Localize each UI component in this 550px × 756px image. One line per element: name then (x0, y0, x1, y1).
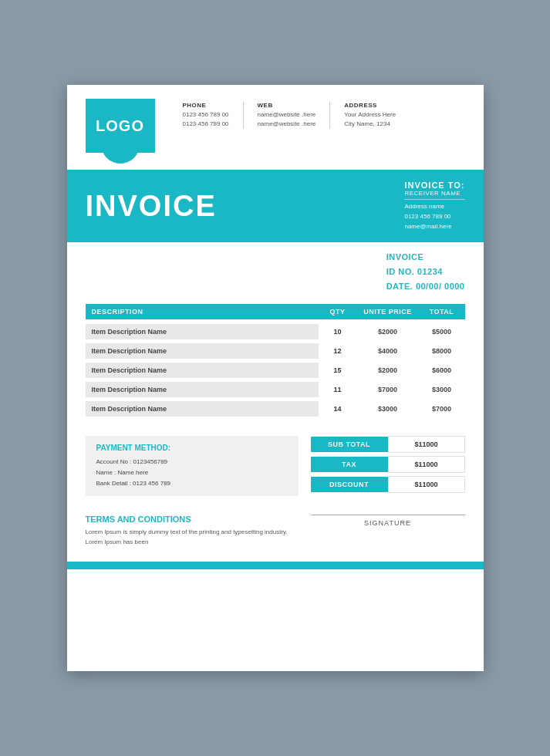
table-row: Item Description Name 15 $2000 $6000 (86, 363, 465, 378)
td-desc-1: Item Description Name (86, 324, 319, 339)
terms-block: TERMS AND CONDITIONS Lorem Ipsum is simp… (86, 515, 299, 548)
td-desc-5: Item Description Name (86, 401, 319, 417)
td-qty-2: 12 (319, 343, 357, 359)
subtotal-label: SUB TOTAL (311, 437, 388, 452)
meta-date: DATE. 00/00/ 0000 (386, 279, 465, 294)
table-row: Item Description Name 11 $7000 $3000 (86, 382, 465, 397)
tax-value: $11000 (388, 456, 465, 473)
totals-block: SUB TOTAL $11000 TAX $11000 DISCOUNT $11… (311, 436, 465, 496)
contact-address: ADDRESS Your Address Here City Name, 123… (330, 102, 410, 129)
web-label: WEB (258, 102, 316, 109)
th-description: DESCRIPTION (86, 304, 319, 319)
discount-value: $11000 (388, 476, 465, 493)
payment-block: PAYMENT METHOD: Account No : 0123456789 … (86, 436, 299, 496)
invoice-meta: INVOICE ID NO. 01234 DATE. 00/00/ 0000 (67, 242, 484, 304)
td-desc-2: Item Description Name (86, 343, 319, 359)
address-value: Your Address Here City Name, 1234 (344, 110, 396, 129)
terms-text: Lorem Ipsum is simply dummy text of the … (86, 528, 299, 548)
td-total-3: $6000 (419, 363, 465, 378)
invoice-to-label: INVOICE TO: (404, 181, 464, 190)
meta-id: ID NO. 01234 (386, 265, 465, 279)
logo-box: LOGO (86, 99, 155, 153)
subtotal-row: SUB TOTAL $11000 (311, 436, 465, 453)
tax-label: TAX (311, 457, 388, 472)
td-qty-3: 15 (319, 363, 357, 378)
td-price-2: $4000 (357, 343, 419, 359)
payment-title: PAYMENT METHOD: (96, 444, 288, 452)
payment-name: Name : Name here (96, 467, 288, 478)
discount-row: DISCOUNT $11000 (311, 476, 465, 493)
bottom-section: PAYMENT METHOD: Account No : 0123456789 … (67, 420, 484, 504)
subtotal-value: $11000 (388, 436, 465, 453)
meta-invoice-label: INVOICE (386, 250, 465, 265)
invoice-document: LOGO PHONE 0123 456 789 00 0123 456 789 … (67, 85, 484, 671)
invoice-to-block: INVOICE TO: RECEIVER NAME Address name 0… (404, 181, 464, 231)
web-value: name@website .here name@website .here (258, 110, 316, 129)
invoice-title: INVOICE (86, 190, 217, 223)
payment-account: Account No : 0123456789 (96, 457, 288, 467)
address-label: ADDRESS (344, 102, 396, 109)
td-qty-5: 14 (319, 401, 357, 417)
footer-section: TERMS AND CONDITIONS Lorem Ipsum is simp… (67, 504, 484, 562)
td-total-5: $7000 (419, 401, 465, 417)
meta-block: INVOICE ID NO. 01234 DATE. 00/00/ 0000 (386, 250, 465, 293)
invoice-to-receiver: RECEIVER NAME (404, 190, 464, 200)
tax-row: TAX $11000 (311, 456, 465, 473)
bottom-bar (67, 562, 484, 569)
terms-title: TERMS AND CONDITIONS (86, 515, 299, 524)
td-price-4: $7000 (357, 382, 419, 397)
table-row: Item Description Name 12 $4000 $8000 (86, 343, 465, 359)
logo-text: LOGO (96, 117, 144, 135)
td-qty-1: 10 (319, 324, 357, 339)
td-price-3: $2000 (357, 363, 419, 378)
td-total-2: $8000 (419, 343, 465, 359)
signature-label: SIGNATURE (311, 519, 465, 527)
contact-phone: PHONE 0123 456 789 00 0123 456 789 00 (169, 102, 244, 129)
invoice-to-info: Address name 0123 456 789 00 name@mail.h… (404, 202, 464, 231)
td-desc-3: Item Description Name (86, 363, 319, 378)
discount-label: DISCOUNT (311, 477, 388, 492)
phone-value: 0123 456 789 00 0123 456 789 00 (183, 110, 229, 129)
payment-bank: Bank Detail : 0123 456 789 (96, 478, 288, 489)
td-qty-4: 11 (319, 382, 357, 397)
signature-block: SIGNATURE (311, 515, 465, 527)
title-bar: INVOICE INVOICE TO: RECEIVER NAME Addres… (67, 170, 484, 242)
table-header: DESCRIPTION QTY UNITE PRICE TOTAL (86, 304, 465, 319)
signature-line (311, 515, 465, 515)
table-section: DESCRIPTION QTY UNITE PRICE TOTAL Item D… (67, 304, 484, 417)
td-total-1: $5000 (419, 324, 465, 339)
th-qty: QTY (319, 304, 357, 319)
th-total: TOTAL (419, 304, 465, 319)
td-total-4: $3000 (419, 382, 465, 397)
td-price-1: $2000 (357, 324, 419, 339)
contact-web: WEB name@website .here name@website .her… (244, 102, 331, 129)
header-contact: PHONE 0123 456 789 00 0123 456 789 00 WE… (169, 99, 410, 153)
th-unite-price: UNITE PRICE (357, 304, 419, 319)
table-row: Item Description Name 10 $2000 $5000 (86, 324, 465, 339)
header-section: LOGO PHONE 0123 456 789 00 0123 456 789 … (67, 85, 484, 153)
td-desc-4: Item Description Name (86, 382, 319, 397)
table-row: Item Description Name 14 $3000 $7000 (86, 401, 465, 417)
phone-label: PHONE (183, 102, 229, 109)
td-price-5: $3000 (357, 401, 419, 417)
